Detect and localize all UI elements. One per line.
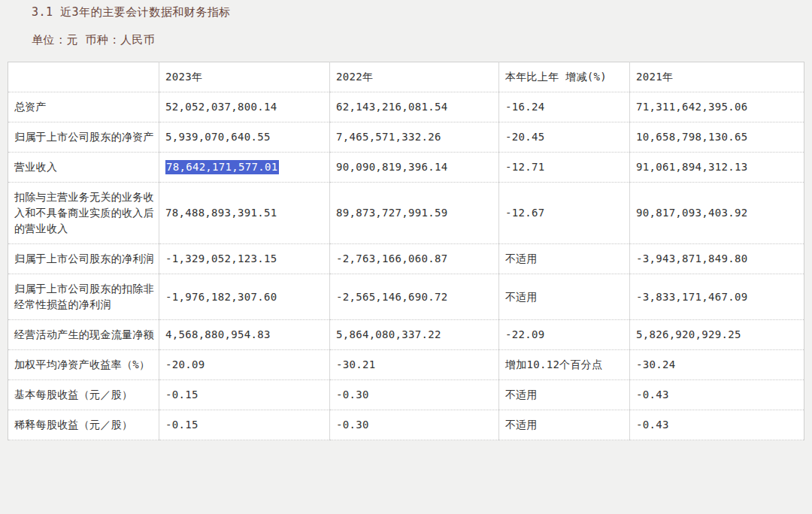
table-row: 营业收入78,642,171,577.0190,090,819,396.14-1… (8, 153, 804, 183)
cell-value: 62,143,216,081.54 (330, 92, 499, 122)
cell-value: 不适用 (499, 380, 630, 410)
row-label: 归属于上市公司股东的扣除非经常性损益的净利润 (8, 274, 159, 320)
cell-value: -2,763,166,060.87 (330, 244, 499, 274)
cell-text: -1,976,182,307.60 (165, 291, 277, 303)
cell-value: 不适用 (499, 410, 630, 440)
cell-text: -0.15 (165, 419, 198, 431)
table-row: 基本每股收益（元／股）-0.15-0.30不适用-0.43 (8, 380, 804, 410)
table-row: 经营活动产生的现金流量净额4,568,880,954.835,864,080,3… (8, 320, 804, 350)
header-col: 2022年 (330, 62, 499, 92)
row-label: 稀释每股收益（元／股） (8, 410, 159, 440)
table-header-row: 2023年2022年本年比上年 增减(%)2021年 (8, 62, 804, 92)
table-body: 总资产52,052,037,800.1462,143,216,081.54-16… (8, 92, 804, 440)
unit-currency-line: 单位：元 币种：人民币 (32, 32, 156, 47)
cell-value: 5,939,070,640.55 (159, 122, 330, 153)
financial-indicators-table: 2023年2022年本年比上年 增减(%)2021年 总资产52,052,037… (8, 62, 804, 440)
cell-value: -20.09 (159, 350, 330, 380)
cell-value: 52,052,037,800.14 (159, 92, 330, 122)
header-indicator-blank (8, 62, 159, 92)
cell-value: -16.24 (499, 92, 630, 122)
cell-text: 89,873,727,991.59 (336, 207, 447, 219)
cell-text: -3,943,871,849.80 (636, 252, 747, 265)
cell-text: 62,143,216,081.54 (336, 101, 447, 113)
cell-text: 5,864,080,337.22 (336, 328, 441, 340)
cell-value: -30.24 (630, 350, 804, 380)
cell-text: 7,465,571,332.26 (336, 131, 441, 143)
cell-text: 52,052,037,800.14 (165, 101, 277, 113)
row-label: 营业收入 (8, 153, 159, 183)
cell-value: -3,943,871,849.80 (630, 244, 804, 274)
table-row: 稀释每股收益（元／股）-0.15-0.30不适用-0.43 (8, 410, 804, 440)
table-row: 归属于上市公司股东的扣除非经常性损益的净利润-1,976,182,307.60-… (8, 274, 804, 320)
row-label: 加权平均净资产收益率（%） (8, 350, 159, 380)
cell-value: 78,488,893,391.51 (159, 183, 330, 244)
cell-text: -20.45 (505, 131, 544, 143)
header-col: 2021年 (630, 62, 804, 92)
cell-value: -0.43 (630, 380, 804, 410)
row-label: 扣除与主营业务无关的业务收入和不具备商业实质的收入后的营业收入 (8, 183, 159, 244)
cell-value: -0.15 (159, 410, 330, 440)
cell-text: 91,061,894,312.13 (636, 161, 747, 173)
cell-text: 4,568,880,954.83 (165, 328, 271, 340)
cell-text: 5,939,070,640.55 (165, 131, 271, 143)
cell-text: -3,833,171,467.09 (636, 291, 747, 303)
cell-text: 不适用 (505, 291, 538, 303)
cell-value: -0.15 (159, 380, 330, 410)
cell-value: 7,465,571,332.26 (330, 122, 499, 153)
cell-text: -0.43 (636, 419, 669, 431)
cell-value: 10,658,798,130.65 (630, 122, 804, 153)
cell-text: -22.09 (505, 328, 544, 340)
cell-value: -1,976,182,307.60 (159, 274, 330, 320)
cell-text: 78,488,893,391.51 (165, 207, 277, 219)
cell-text: -12.67 (505, 207, 544, 219)
cell-value: -1,329,052,123.15 (159, 244, 330, 274)
header-col: 2023年 (159, 62, 330, 92)
cell-text: 不适用 (505, 419, 538, 431)
cell-value: 90,090,819,396.14 (330, 153, 499, 183)
cell-value: -12.67 (499, 183, 630, 244)
cell-value: -0.43 (630, 410, 804, 440)
cell-text: -0.30 (336, 419, 369, 431)
cell-value: -12.71 (499, 153, 630, 183)
cell-text: 71,311,642,395.06 (636, 101, 747, 113)
financial-report-page: 3.1 近3年的主要会计数据和财务指标 单位：元 币种：人民币 2023年202… (0, 0, 812, 514)
cell-value: 91,061,894,312.13 (630, 153, 804, 183)
cell-text: 不适用 (505, 252, 538, 265)
cell-text: -0.15 (165, 389, 198, 401)
table-row: 归属于上市公司股东的净利润-1,329,052,123.15-2,763,166… (8, 244, 804, 274)
cell-text: 增加10.12个百分点 (505, 358, 602, 370)
cell-text: 不适用 (505, 389, 538, 401)
cell-value: 90,817,093,403.92 (630, 183, 804, 244)
cell-value: 78,642,171,577.01 (159, 153, 330, 183)
row-label: 基本每股收益（元／股） (8, 380, 159, 410)
cell-text: -20.09 (165, 358, 205, 370)
cell-text: -16.24 (505, 101, 544, 113)
cell-text: -2,763,166,060.87 (336, 252, 447, 265)
cell-text: -0.30 (336, 389, 369, 401)
cell-value: 4,568,880,954.83 (159, 320, 330, 350)
cell-value: 5,864,080,337.22 (330, 320, 499, 350)
cell-value: 71,311,642,395.06 (630, 92, 804, 122)
cell-text: -30.24 (636, 358, 675, 370)
cell-text: 5,826,920,929.25 (636, 328, 741, 340)
cell-value: -30.21 (330, 350, 499, 380)
row-label: 经营活动产生的现金流量净额 (8, 320, 159, 350)
table-row: 扣除与主营业务无关的业务收入和不具备商业实质的收入后的营业收入78,488,89… (8, 183, 804, 244)
cell-text: 10,658,798,130.65 (636, 131, 747, 143)
cell-text: -0.43 (636, 389, 669, 401)
cell-value: 5,826,920,929.25 (630, 320, 804, 350)
cell-value: -20.45 (499, 122, 630, 153)
cell-value: 不适用 (499, 244, 630, 274)
cell-value: 增加10.12个百分点 (499, 350, 630, 380)
row-label: 总资产 (8, 92, 159, 122)
row-label: 归属于上市公司股东的净利润 (8, 244, 159, 274)
cell-text: -2,565,146,690.72 (336, 291, 447, 303)
cell-value: -0.30 (330, 380, 499, 410)
cell-text: -1,329,052,123.15 (165, 252, 277, 265)
cell-text: -30.21 (336, 358, 375, 370)
cell-text: 90,817,093,403.92 (636, 207, 747, 219)
selected-text: 78,642,171,577.01 (165, 160, 279, 174)
cell-value: -22.09 (499, 320, 630, 350)
row-label: 归属于上市公司股东的净资产 (8, 122, 159, 153)
cell-value: -2,565,146,690.72 (330, 274, 499, 320)
